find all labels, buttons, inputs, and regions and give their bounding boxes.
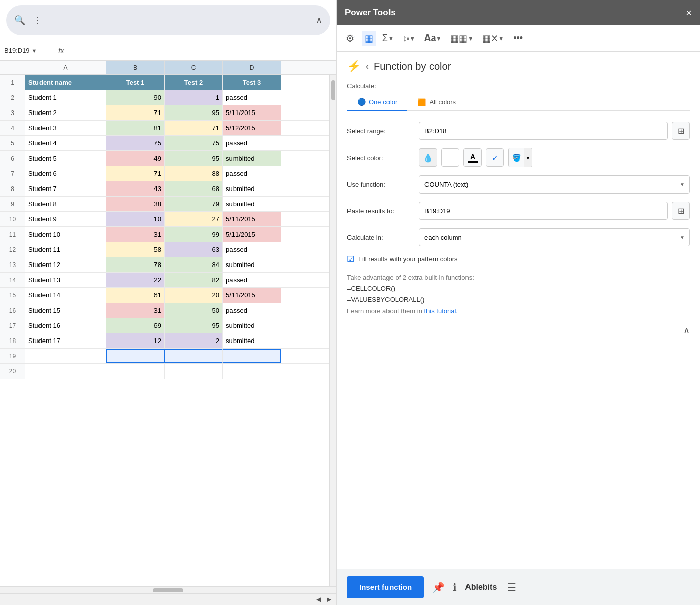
cell-c[interactable]: 63 bbox=[165, 242, 223, 257]
calculate-in-select[interactable]: each column each row the range bbox=[419, 228, 690, 246]
cell-c[interactable]: 71 bbox=[165, 121, 223, 135]
cell-b[interactable]: 81 bbox=[106, 121, 165, 135]
cell-d[interactable]: 5/11/2015 bbox=[223, 288, 281, 302]
cell-b[interactable]: 90 bbox=[106, 90, 165, 105]
cell-c[interactable]: 99 bbox=[165, 227, 223, 242]
table-row[interactable]: 6Student 54995sumbitted bbox=[0, 151, 329, 166]
table-row[interactable]: 7Student 67188passed bbox=[0, 166, 329, 181]
cell-a[interactable] bbox=[25, 364, 106, 379]
cell-b[interactable]: 10 bbox=[106, 212, 165, 226]
cell-c[interactable]: 95 bbox=[165, 105, 223, 120]
pin-icon[interactable]: 📌 bbox=[432, 581, 445, 593]
check-button[interactable]: ✓ bbox=[486, 148, 504, 167]
cell-b[interactable] bbox=[106, 364, 165, 379]
cell-d[interactable]: submitted bbox=[223, 318, 281, 333]
col-header-a[interactable]: A bbox=[25, 61, 106, 74]
cell-a[interactable]: Student 6 bbox=[25, 166, 106, 181]
h-scrollbar-thumb[interactable] bbox=[153, 588, 183, 592]
cell-d[interactable]: 5/11/2015 bbox=[223, 212, 281, 226]
toolbar-clear-dropdown[interactable]: ▼ bbox=[498, 35, 504, 42]
tab-all-colors[interactable]: 🟧 All colors bbox=[407, 94, 466, 110]
cell-b[interactable]: 58 bbox=[106, 242, 165, 257]
table-row[interactable]: 20 bbox=[0, 364, 329, 379]
cell-c[interactable]: 88 bbox=[165, 166, 223, 181]
cell-d[interactable]: submitted bbox=[223, 181, 281, 196]
table-row[interactable]: 10Student 910275/11/2015 bbox=[0, 212, 329, 227]
toolbar-text-dropdown[interactable]: ▼ bbox=[436, 35, 442, 42]
back-button[interactable]: ‹ bbox=[366, 61, 369, 72]
nav-right-icon[interactable]: ▶ bbox=[325, 595, 333, 604]
table-row[interactable]: 1Student nameTest 1Test 2Test 3 bbox=[0, 75, 329, 90]
cell-d[interactable] bbox=[223, 364, 281, 379]
cell-a[interactable]: Student 14 bbox=[25, 288, 106, 302]
cell-c[interactable]: 68 bbox=[165, 181, 223, 196]
cell-b[interactable]: 31 bbox=[106, 227, 165, 242]
cell-b[interactable]: 31 bbox=[106, 303, 165, 318]
table-row[interactable]: 19 bbox=[0, 349, 329, 364]
table-row[interactable]: 4Student 381715/12/2015 bbox=[0, 121, 329, 136]
cell-a[interactable]: Student 16 bbox=[25, 318, 106, 333]
cell-a[interactable]: Student 10 bbox=[25, 227, 106, 242]
cell-b[interactable]: 78 bbox=[106, 257, 165, 272]
cell-d[interactable]: submitted bbox=[223, 257, 281, 272]
cell-c[interactable]: 20 bbox=[165, 288, 223, 302]
table-row[interactable]: 2Student 1901passed bbox=[0, 90, 329, 105]
cell-c[interactable] bbox=[165, 364, 223, 379]
cell-c[interactable]: 1 bbox=[165, 90, 223, 105]
fill-color-dropdown[interactable]: ▼ bbox=[524, 148, 532, 167]
cell-b[interactable] bbox=[106, 349, 165, 363]
cell-d[interactable] bbox=[223, 349, 281, 363]
cell-a[interactable]: Student 3 bbox=[25, 121, 106, 135]
toolbar-more-btn[interactable]: ••• bbox=[510, 31, 526, 46]
select-range-grid-button[interactable]: ⊞ bbox=[672, 122, 690, 140]
cell-d[interactable]: passed bbox=[223, 166, 281, 181]
table-row[interactable]: 11Student 1031995/11/2015 bbox=[0, 227, 329, 242]
cell-b[interactable]: 61 bbox=[106, 288, 165, 302]
cell-a[interactable]: Student 17 bbox=[25, 333, 106, 348]
cell-a[interactable]: Student 4 bbox=[25, 136, 106, 150]
bg-color-swatch[interactable] bbox=[441, 148, 459, 167]
cell-d[interactable]: passed bbox=[223, 242, 281, 257]
cell-d[interactable]: Test 3 bbox=[223, 75, 281, 90]
cell-c[interactable]: 95 bbox=[165, 151, 223, 166]
cell-c[interactable]: 95 bbox=[165, 318, 223, 333]
toolbar-text-btn[interactable]: Aa ▼ bbox=[421, 31, 445, 46]
cell-b[interactable]: 12 bbox=[106, 333, 165, 348]
table-row[interactable]: 14Student 132282passed bbox=[0, 273, 329, 288]
table-row[interactable]: 12Student 115863passed bbox=[0, 242, 329, 257]
table-row[interactable]: 17Student 166995submitted bbox=[0, 318, 329, 333]
toolbar-clear-btn[interactable]: ▦✕ ▼ bbox=[479, 31, 507, 46]
cell-a[interactable]: Student name bbox=[25, 75, 106, 90]
cell-a[interactable]: Student 8 bbox=[25, 197, 106, 211]
bottom-menu-icon[interactable]: ☰ bbox=[507, 581, 516, 593]
scrollbar-thumb[interactable] bbox=[331, 80, 335, 100]
table-row[interactable]: 16Student 153150passed bbox=[0, 303, 329, 318]
select-range-input[interactable] bbox=[419, 122, 668, 140]
cell-a[interactable]: Student 12 bbox=[25, 257, 106, 272]
vertical-scrollbar[interactable] bbox=[329, 75, 336, 586]
paste-results-grid-button[interactable]: ⊞ bbox=[672, 202, 690, 220]
cell-c[interactable]: Test 2 bbox=[165, 75, 223, 90]
cell-d[interactable]: passed bbox=[223, 273, 281, 287]
cell-c[interactable]: 79 bbox=[165, 197, 223, 211]
cell-d[interactable]: 5/11/2015 bbox=[223, 227, 281, 242]
cell-d[interactable]: 5/11/2015 bbox=[223, 105, 281, 120]
cell-a[interactable] bbox=[25, 349, 106, 363]
toolbar-sum-btn[interactable]: Σ ▼ bbox=[379, 31, 397, 46]
close-button[interactable]: × bbox=[686, 7, 692, 19]
info-icon[interactable]: ℹ bbox=[453, 581, 457, 593]
cell-a[interactable]: Student 13 bbox=[25, 273, 106, 287]
toolbar-dedupe-btn[interactable]: ⚙! bbox=[343, 31, 359, 46]
more-options-icon[interactable]: ⋮ bbox=[33, 15, 43, 26]
col-header-b[interactable]: B bbox=[106, 61, 165, 74]
font-color-button[interactable]: A bbox=[463, 148, 482, 167]
cell-d[interactable]: submitted bbox=[223, 333, 281, 348]
col-header-d[interactable]: D bbox=[223, 61, 281, 74]
insert-function-button[interactable]: Insert function bbox=[347, 576, 424, 598]
cell-c[interactable]: 84 bbox=[165, 257, 223, 272]
toolbar-merge-btn[interactable]: ▦▦ ▼ bbox=[447, 31, 476, 46]
collapse-panel-icon[interactable]: ∧ bbox=[683, 325, 690, 336]
table-row[interactable]: 8Student 74368submitted bbox=[0, 181, 329, 197]
cell-d[interactable]: sumbitted bbox=[223, 151, 281, 166]
cell-c[interactable]: 75 bbox=[165, 136, 223, 150]
